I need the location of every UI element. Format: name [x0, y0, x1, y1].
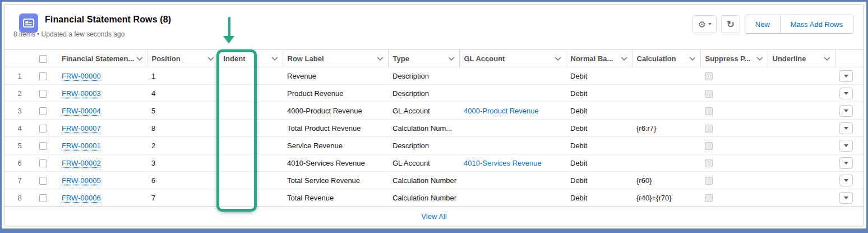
suppress-checkbox — [705, 107, 713, 115]
dropdown-caret-icon — [844, 92, 848, 95]
row-label-cell: 4000-Product Revenue — [283, 102, 388, 120]
row-checkbox-cell — [35, 154, 57, 172]
normal-balance-cell: Debit — [566, 120, 632, 137]
dropdown-caret-icon — [844, 109, 848, 112]
column-header-gl-account[interactable]: GL Account — [459, 50, 566, 67]
row-checkbox[interactable] — [39, 107, 47, 115]
chevron-down-icon[interactable] — [824, 57, 830, 61]
record-name-cell: FRW-00002 — [57, 154, 147, 172]
chevron-down-icon[interactable] — [756, 57, 763, 61]
column-header-underline[interactable]: Underline — [768, 50, 835, 67]
gl-account-link[interactable]: 4000-Product Revenue — [464, 107, 539, 115]
new-button[interactable]: New — [745, 15, 780, 33]
indent-cell — [219, 154, 283, 172]
type-cell: GL Account — [388, 154, 459, 172]
screenshot-frame: Financial Statement Rows (8) 8 items • U… — [0, 0, 868, 233]
row-checkbox[interactable] — [39, 159, 47, 167]
column-header-normal-balance[interactable]: Normal Ba... — [566, 50, 632, 67]
list-status-text: 8 items • Updated a few seconds ago — [13, 30, 171, 38]
row-actions-button[interactable] — [839, 105, 853, 117]
table-row: 8 FRW-00006 7 Total Revenue Calculation … — [4, 189, 864, 207]
record-name-cell: FRW-00006 — [57, 189, 147, 207]
chevron-down-icon[interactable] — [207, 57, 214, 61]
row-label-cell: Service Revenue — [283, 137, 388, 154]
gl-account-cell — [459, 67, 566, 85]
row-checkbox[interactable] — [39, 142, 47, 150]
column-header-indent[interactable]: Indent — [219, 50, 283, 67]
refresh-button[interactable]: ↻ — [721, 15, 740, 33]
row-checkbox-cell — [35, 189, 57, 207]
column-header-position[interactable]: Position — [147, 50, 219, 67]
gl-account-cell — [459, 137, 566, 154]
card-header: Financial Statement Rows (8) 8 items • U… — [4, 4, 864, 49]
position-cell: 7 — [147, 189, 219, 207]
position-cell: 4 — [147, 85, 219, 102]
position-cell: 8 — [147, 120, 219, 137]
record-link[interactable]: FRW-00002 — [62, 159, 101, 167]
gl-account-link[interactable]: 4010-Services Revenue — [464, 159, 542, 167]
table-row: 2 FRW-00003 4 Product Revenue Descriptio… — [4, 85, 864, 102]
record-link[interactable]: FRW-00000 — [62, 72, 101, 80]
row-number: 7 — [4, 172, 35, 189]
select-all-checkbox[interactable] — [39, 55, 47, 63]
column-header-row-label[interactable]: Row Label — [283, 50, 388, 67]
row-actions-button[interactable] — [839, 140, 853, 152]
page-title: Financial Statement Rows (8) — [45, 11, 171, 25]
record-link[interactable]: FRW-00006 — [62, 194, 101, 202]
column-header-name[interactable]: Financial Statemen... — [57, 50, 147, 67]
row-actions-button[interactable] — [839, 175, 853, 186]
suppress-checkbox — [705, 177, 713, 185]
mass-add-rows-button[interactable]: Mass Add Rows — [780, 15, 853, 33]
chevron-down-icon[interactable] — [377, 57, 384, 61]
underline-cell — [768, 189, 835, 207]
dropdown-caret-icon — [844, 75, 848, 77]
row-actions-cell — [835, 120, 864, 137]
chevron-down-icon[interactable] — [621, 57, 627, 61]
row-checkbox[interactable] — [39, 90, 47, 98]
row-checkbox[interactable] — [39, 177, 47, 185]
indent-cell — [219, 67, 283, 85]
row-number: 3 — [4, 102, 35, 120]
row-checkbox-cell — [35, 137, 57, 154]
gl-account-cell — [459, 172, 566, 189]
row-number: 1 — [4, 67, 35, 85]
record-name-cell: FRW-00007 — [57, 120, 147, 137]
column-header-calculation[interactable]: Calculation — [632, 50, 700, 67]
record-link[interactable]: FRW-00007 — [62, 124, 101, 133]
row-actions-button[interactable] — [839, 157, 853, 169]
gl-account-cell — [459, 189, 566, 207]
row-checkbox[interactable] — [39, 125, 47, 133]
record-link[interactable]: FRW-00003 — [62, 89, 101, 98]
gl-account-cell: 4000-Product Revenue — [459, 102, 566, 120]
row-actions-button[interactable] — [839, 70, 853, 82]
chevron-down-icon[interactable] — [448, 57, 455, 61]
suppress-checkbox — [705, 72, 713, 80]
type-cell: GL Account — [388, 102, 459, 120]
row-actions-button[interactable] — [839, 192, 853, 204]
row-actions-cell — [835, 137, 864, 154]
row-checkbox-cell — [35, 172, 57, 189]
record-link[interactable]: FRW-00005 — [62, 176, 101, 185]
column-label: Indent — [224, 54, 246, 63]
column-header-type[interactable]: Type — [388, 50, 459, 67]
row-actions-button[interactable] — [839, 122, 853, 134]
chevron-down-icon[interactable] — [689, 57, 696, 61]
row-actions-button[interactable] — [839, 88, 853, 99]
record-link[interactable]: FRW-00004 — [62, 107, 101, 115]
calculation-cell: {r40}+{r70} — [632, 189, 700, 207]
chevron-down-icon[interactable] — [555, 57, 561, 61]
column-header-suppress[interactable]: Suppress P... — [700, 50, 768, 67]
table-row: 4 FRW-00007 8 Total Product Revenue Calc… — [4, 120, 864, 137]
chevron-down-icon[interactable] — [271, 57, 278, 61]
header-rownum-spacer — [4, 50, 35, 67]
list-settings-button[interactable]: ⚙ — [692, 15, 716, 33]
chevron-down-icon[interactable] — [136, 57, 143, 61]
record-link[interactable]: FRW-00001 — [62, 141, 101, 150]
dropdown-caret-icon — [844, 162, 848, 165]
underline-cell — [768, 172, 835, 189]
row-checkbox[interactable] — [39, 194, 47, 202]
view-all-link[interactable]: View All — [421, 212, 446, 221]
calculation-cell — [632, 85, 700, 102]
row-checkbox[interactable] — [39, 72, 47, 80]
chevron-down-icon — [708, 23, 712, 25]
